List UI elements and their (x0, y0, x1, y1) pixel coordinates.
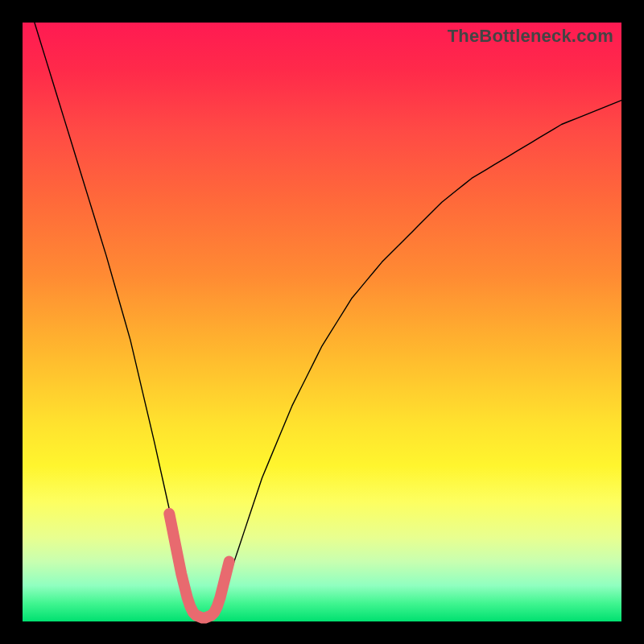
curve-layer (23, 23, 621, 621)
bottleneck-curve (35, 23, 621, 618)
plot-area: TheBottleneck.com (23, 23, 621, 621)
chart-frame: TheBottleneck.com (0, 0, 644, 644)
highlight-segment (169, 514, 229, 617)
